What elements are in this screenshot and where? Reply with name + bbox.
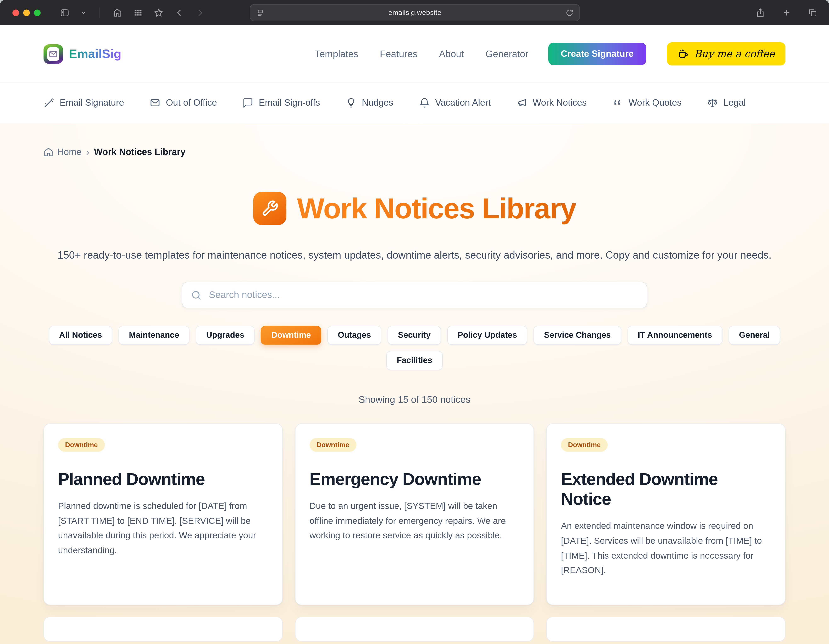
subnav-out-of-office[interactable]: Out of Office	[150, 98, 217, 108]
lightbulb-icon	[346, 98, 356, 108]
wand-icon	[44, 98, 54, 108]
page-title: Work Notices Library	[297, 192, 576, 225]
breadcrumb-separator: ›	[86, 146, 89, 158]
page-content: Home › Work Notices Library Work Notices…	[0, 123, 829, 644]
notice-card-partial[interactable]	[44, 616, 282, 641]
scaled-viewport: emailsig.website EmailSig	[0, 0, 829, 644]
brand-logo[interactable]: EmailSig	[44, 44, 121, 64]
nav-features[interactable]: Features	[380, 48, 418, 60]
notice-card-planned-downtime[interactable]: Downtime Planned Downtime Planned downti…	[44, 423, 282, 605]
subnav-label: Work Notices	[533, 98, 587, 108]
card-title: Planned Downtime	[58, 469, 268, 489]
search-input[interactable]	[182, 282, 647, 308]
subnav-label: Email Sign-offs	[259, 98, 320, 108]
tabs-icon[interactable]	[808, 8, 817, 17]
notice-card-partial[interactable]	[547, 616, 785, 641]
nav-about[interactable]: About	[439, 48, 464, 60]
speech-bubble-icon	[243, 98, 254, 108]
card-title: Emergency Downtime	[309, 469, 519, 489]
filter-policy-updates[interactable]: Policy Updates	[447, 326, 528, 345]
notice-cards: Downtime Planned Downtime Planned downti…	[44, 423, 785, 605]
minimize-window-button[interactable]	[23, 9, 30, 16]
main-nav: Templates Features About Generator	[315, 48, 528, 60]
back-icon[interactable]	[175, 8, 184, 17]
close-window-button[interactable]	[13, 9, 19, 16]
subnav-legal[interactable]: Legal	[707, 98, 746, 108]
filter-service-changes[interactable]: Service Changes	[534, 326, 621, 345]
category-badge: Downtime	[561, 438, 608, 452]
search-icon	[191, 290, 202, 301]
coffee-cup-icon	[678, 48, 689, 60]
subnav-work-quotes[interactable]: Work Quotes	[612, 98, 682, 108]
filter-it-announcements[interactable]: IT Announcements	[627, 326, 722, 345]
subnav-label: Vacation Alert	[435, 98, 491, 108]
breadcrumb-home[interactable]: Home	[44, 147, 82, 157]
card-body: Due to an urgent issue, [SYSTEM] will be…	[309, 499, 519, 543]
quotes-icon	[612, 98, 623, 108]
brand-name: EmailSig	[69, 47, 121, 61]
bell-icon	[419, 98, 430, 108]
filter-outages[interactable]: Outages	[328, 326, 381, 345]
subnav-label: Work Quotes	[629, 98, 682, 108]
envelope-icon	[150, 98, 161, 108]
filter-security[interactable]: Security	[388, 326, 441, 345]
new-tab-icon[interactable]	[782, 8, 791, 17]
page-description: 150+ ready-to-use templates for maintena…	[47, 247, 782, 263]
filter-all-notices[interactable]: All Notices	[49, 326, 112, 345]
next-row-cards	[44, 616, 785, 641]
subnav-label: Legal	[723, 98, 746, 108]
zoom-window-button[interactable]	[34, 9, 41, 16]
scales-icon	[707, 98, 718, 108]
buy-me-a-coffee-button[interactable]: Buy me a coffee	[667, 42, 785, 66]
share-icon[interactable]	[756, 8, 765, 17]
card-title: Extended Downtime Notice	[561, 469, 771, 509]
create-signature-button[interactable]: Create Signature	[548, 43, 646, 65]
notice-card-emergency-downtime[interactable]: Downtime Emergency Downtime Due to an ur…	[295, 423, 534, 605]
filter-maintenance[interactable]: Maintenance	[118, 326, 189, 345]
filter-facilities[interactable]: Facilities	[386, 351, 443, 370]
browser-window: emailsig.website EmailSig	[0, 0, 829, 644]
sidebar-icon[interactable]	[60, 8, 69, 17]
page-hero: Work Notices Library	[0, 192, 829, 225]
grid-icon[interactable]	[134, 8, 143, 17]
address-bar[interactable]: emailsig.website	[250, 4, 580, 21]
subnav-nudges[interactable]: Nudges	[346, 98, 393, 108]
filter-upgrades[interactable]: Upgrades	[195, 326, 255, 345]
wrench-icon	[253, 192, 286, 225]
search-bar	[182, 282, 647, 308]
card-body: An extended maintenance window is requir…	[561, 519, 771, 578]
category-nav: Email Signature Out of Office Email Sign…	[0, 83, 829, 123]
envelope-icon	[47, 47, 59, 61]
subnav-label: Out of Office	[166, 98, 217, 108]
home-icon[interactable]	[112, 8, 122, 17]
subnav-email-sign-offs[interactable]: Email Sign-offs	[243, 98, 320, 108]
browser-chrome: emailsig.website	[0, 0, 829, 25]
coffee-button-label: Buy me a coffee	[694, 48, 775, 60]
filter-chips-row-2: Facilities	[0, 351, 829, 370]
notice-card-partial[interactable]	[295, 616, 534, 641]
filter-downtime[interactable]: Downtime	[261, 326, 321, 345]
subnav-vacation-alert[interactable]: Vacation Alert	[419, 98, 491, 108]
brand-logo-icon	[44, 44, 63, 64]
chevron-down-icon[interactable]	[81, 10, 86, 15]
breadcrumb: Home › Work Notices Library	[44, 146, 829, 158]
star-icon[interactable]	[154, 8, 164, 17]
breadcrumb-home-label: Home	[57, 147, 82, 157]
card-body: Planned downtime is scheduled for [DATE]…	[58, 499, 268, 558]
breadcrumb-current: Work Notices Library	[94, 147, 186, 157]
url-text: emailsig.website	[251, 8, 580, 17]
category-badge: Downtime	[309, 438, 356, 452]
megaphone-icon	[517, 98, 527, 108]
subnav-label: Nudges	[362, 98, 393, 108]
filter-general[interactable]: General	[729, 326, 780, 345]
notice-card-extended-downtime[interactable]: Downtime Extended Downtime Notice An ext…	[547, 423, 785, 605]
results-summary: Showing 15 of 150 notices	[0, 394, 829, 405]
subnav-label: Email Signature	[60, 98, 124, 108]
filter-chips-row-1: All Notices Maintenance Upgrades Downtim…	[0, 326, 829, 345]
subnav-email-signature[interactable]: Email Signature	[44, 98, 124, 108]
forward-icon[interactable]	[195, 8, 204, 17]
toolbar-divider	[99, 7, 99, 18]
subnav-work-notices[interactable]: Work Notices	[517, 98, 587, 108]
nav-generator[interactable]: Generator	[485, 48, 528, 60]
nav-templates[interactable]: Templates	[315, 48, 358, 60]
